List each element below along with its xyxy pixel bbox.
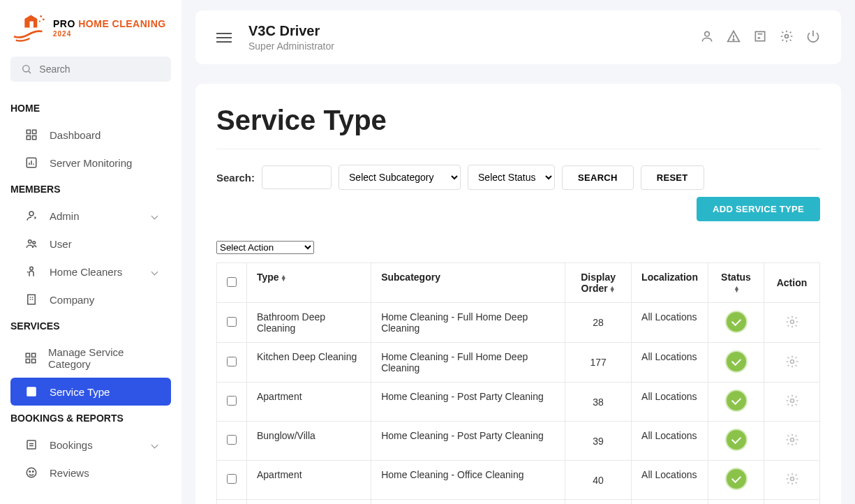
power-icon[interactable] <box>806 29 820 45</box>
svg-point-46 <box>790 360 794 363</box>
svg-point-48 <box>790 438 794 442</box>
col-display-order[interactable]: Display Order▲▼ <box>565 263 632 303</box>
content-card: Service Type Search: Select Subcategory … <box>195 84 841 504</box>
category-icon <box>24 352 37 364</box>
row-action-gear-icon[interactable] <box>785 438 799 449</box>
sort-icon: ▲▼ <box>609 286 616 292</box>
user-icon[interactable] <box>700 29 714 45</box>
cell-type: Bunglow/Villa <box>247 422 371 461</box>
main-area: V3C Driver Super Administrator Service T… <box>181 0 855 504</box>
status-active-icon[interactable] <box>727 391 746 410</box>
logo-year: 2024 <box>53 30 166 38</box>
row-checkbox[interactable] <box>227 317 237 327</box>
page-title: Service Type <box>216 105 820 149</box>
nav-section-services: SERVICES <box>0 313 181 339</box>
sidebar-item-label: Manage Service Category <box>48 346 157 370</box>
filter-bar: Search: Select Subcategory Select Status… <box>216 165 820 221</box>
sidebar-item-admin[interactable]: Admin <box>10 202 171 230</box>
status-active-icon[interactable] <box>727 469 746 489</box>
cell-order: 177 <box>565 343 632 383</box>
list-icon <box>24 385 38 398</box>
chart-icon <box>24 156 38 169</box>
col-status[interactable]: Status▲▼ <box>708 263 764 303</box>
table-row: Bathroom Deep CleaningHome Cleaning - Fu… <box>217 303 820 343</box>
sidebar-search[interactable] <box>10 57 171 82</box>
sidebar-item-company[interactable]: Company <box>10 286 171 313</box>
status-active-icon[interactable] <box>727 430 746 450</box>
cell-order: 28 <box>565 303 632 343</box>
cleaner-icon <box>24 265 38 278</box>
warning-icon[interactable] <box>727 29 741 45</box>
cell-subcategory: Home Cleaning - Post Party Cleaning <box>371 383 565 422</box>
row-action-gear-icon[interactable] <box>785 320 799 331</box>
col-subcategory: Subcategory <box>371 263 565 303</box>
logo-text-pro: PRO <box>53 18 78 29</box>
table-row: ApartmentHome Cleaning - Office Cleaning… <box>217 461 820 500</box>
col-type[interactable]: Type▲▼ <box>247 263 371 303</box>
cell-subcategory: Home Cleaning - Full Home Deep Cleaning <box>371 303 565 343</box>
note-icon[interactable] <box>753 29 767 45</box>
add-service-type-button[interactable]: ADD SERVICE TYPE <box>697 197 820 221</box>
subcategory-select[interactable]: Select Subcategory <box>339 165 461 190</box>
cell-localization: All Locations <box>632 303 708 343</box>
svg-point-37 <box>33 471 34 473</box>
svg-point-43 <box>785 35 789 38</box>
cell-subcategory: Home Cleaning - Post Party Cleaning <box>371 422 565 461</box>
sidebar: PRO HOME CLEANING 2024 HOME Dashboard Se… <box>0 0 181 504</box>
cell-order: 39 <box>565 422 632 461</box>
table-row: Kitchen Deep CleaningHome Cleaning - Ful… <box>217 343 820 383</box>
sidebar-item-label: Service Type <box>50 386 110 398</box>
sidebar-item-label: Company <box>50 294 94 306</box>
svg-rect-7 <box>33 130 36 133</box>
sidebar-item-server-monitoring[interactable]: Server Monitoring <box>10 149 171 177</box>
sidebar-item-manage-service-category[interactable]: Manage Service Category <box>10 339 171 378</box>
status-select[interactable]: Select Status <box>468 165 555 190</box>
reviews-icon <box>24 466 38 479</box>
row-action-gear-icon[interactable] <box>785 477 799 488</box>
sidebar-item-user[interactable]: User <box>10 230 171 258</box>
row-action-gear-icon[interactable] <box>785 360 799 371</box>
row-checkbox[interactable] <box>227 474 237 484</box>
menu-toggle-icon[interactable] <box>216 33 232 43</box>
cell-type: Apartment <box>247 461 371 500</box>
sidebar-item-dashboard[interactable]: Dashboard <box>10 121 171 149</box>
sidebar-item-reviews[interactable]: Reviews <box>10 459 171 487</box>
status-active-icon[interactable] <box>727 352 746 371</box>
sidebar-item-bookings[interactable]: Bookings <box>10 431 171 459</box>
gear-icon[interactable] <box>780 29 794 45</box>
sort-icon: ▲▼ <box>734 286 740 292</box>
cell-localization: All Locations <box>632 461 708 500</box>
col-localization: Localization <box>632 263 708 303</box>
svg-rect-19 <box>28 295 36 304</box>
status-active-icon[interactable] <box>727 312 746 332</box>
search-text-input[interactable] <box>262 165 332 189</box>
nav-section-bookings: BOOKINGS & REPORTS <box>0 406 181 431</box>
svg-point-15 <box>29 240 32 244</box>
logo-icon <box>10 13 49 44</box>
svg-point-4 <box>22 66 29 72</box>
search-input[interactable] <box>39 64 161 75</box>
logo-text-brand: HOME CLEANING <box>78 18 166 29</box>
bulk-action-select[interactable]: Select Action <box>216 241 314 254</box>
svg-point-35 <box>27 468 36 477</box>
reset-button[interactable]: RESET <box>641 165 704 190</box>
row-checkbox[interactable] <box>227 435 237 445</box>
svg-line-18 <box>27 272 29 273</box>
cell-localization: All Locations <box>632 422 708 461</box>
nav-section-home: HOME <box>0 96 181 121</box>
svg-rect-25 <box>32 353 36 357</box>
sidebar-item-service-type[interactable]: Service Type <box>10 378 171 406</box>
svg-rect-6 <box>27 130 30 133</box>
sidebar-item-home-cleaners[interactable]: Home Cleaners <box>10 258 171 286</box>
search-button[interactable]: SEARCH <box>562 165 634 190</box>
row-checkbox[interactable] <box>227 357 237 366</box>
row-checkbox[interactable] <box>227 396 237 406</box>
cell-order: 38 <box>565 383 632 422</box>
row-action-gear-icon[interactable] <box>785 399 799 410</box>
cell-localization: All Locations <box>632 500 708 505</box>
cell-order: 41 <box>565 500 632 505</box>
svg-rect-9 <box>33 136 36 140</box>
select-all-checkbox[interactable] <box>227 277 237 287</box>
svg-point-47 <box>790 399 794 403</box>
admin-icon <box>24 209 38 222</box>
